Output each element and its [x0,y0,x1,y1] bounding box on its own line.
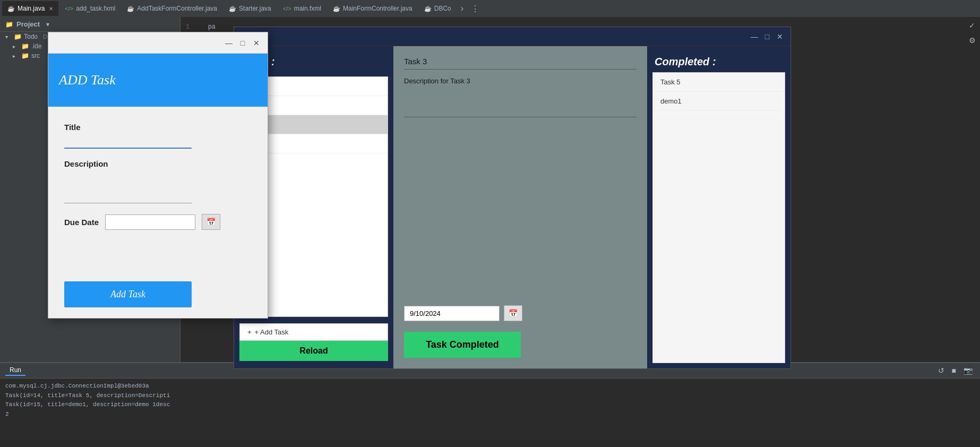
tab-main-java-label: Main.java [18,5,45,12]
tab-add-task-fxml-label: add_task.fxml [76,5,115,12]
tab-add-task-controller-label: AddTaskFormController.java [137,5,217,12]
folder-icon-ide: 📁 [21,42,29,50]
tab-dbc[interactable]: ☕ DBCo [419,1,457,16]
sidebar-chevron[interactable]: ▾ [43,21,53,28]
tab-main-java[interactable]: ☕ Main.java ✕ [2,1,58,16]
fxml-icon: </> [65,5,73,12]
fxml-icon-2: </> [283,5,291,12]
add-task-btn-container: + + Add Task Reload [239,321,388,363]
due-date-form-row: Due Date 📅 [64,214,252,230]
sidebar-header: 📁 Project ▾ [0,17,180,32]
tree-chevron-root: ▾ [5,34,12,40]
dialog-titlebar: — □ ✕ [48,32,268,54]
dialog-header-title: ADD Task [59,72,116,88]
panel-icons: ↺ ■ 📷 [936,365,975,376]
dialog-calendar-btn[interactable]: 📅 [202,214,220,230]
console-line-2: Task(id=14, title=Task 5, description=De… [5,391,975,401]
win-close-btn[interactable]: ✕ [775,31,785,42]
bottom-panel: Run ↺ ■ 📷 com.mysql.cj.jdbc.ConnectionIm… [0,362,980,447]
title-form-row: Title [64,123,252,149]
tab-starter[interactable]: ☕ Starter.java [223,1,277,16]
panel-screenshot-icon[interactable]: 📷 [961,365,975,376]
tab-main-fxml-label: main.fxml [294,5,321,12]
title-label: Title [64,123,252,132]
java-icon: ☕ [7,5,15,12]
console-line-3: Task(id=15, title=demo1, description=dem… [5,400,975,410]
tab-add-task-controller[interactable]: ☕ AddTaskFormController.java [122,1,222,16]
tab-close-icon[interactable]: ✕ [49,6,53,12]
completed-column-title: Completed : [652,51,785,72]
tab-add-task-fxml[interactable]: </> add_task.fxml [59,1,121,16]
task-completed-btn[interactable]: Task Completed [404,332,521,358]
detail-task-description: Description for Task 3 [404,75,637,101]
panel-tab-run[interactable]: Run [5,365,25,376]
add-task-list-btn[interactable]: + + Add Task [239,323,388,341]
java-icon-3: ☕ [229,5,236,12]
tab-main-fxml[interactable]: </> main.fxml [278,1,326,16]
console-line-1: com.mysql.cj.jdbc.ConnectionImpl@3ebed03… [5,382,975,391]
due-date-inline-row: Due Date 📅 [64,214,252,230]
tree-chevron-ide: ▸ [13,44,19,49]
add-task-submit-btn[interactable]: Add Task [64,281,192,307]
tree-chevron-src: ▸ [13,53,19,59]
dialog-footer: Add Task [48,276,268,318]
check-icon[interactable]: ✓ [969,21,975,30]
win-maximize-btn[interactable]: □ [762,31,772,42]
main-app-content: ToDo : Task 1 Task 2 Task 3 Task 4 + + A… [234,46,790,368]
due-date-label: Due Date [64,218,99,227]
reload-btn[interactable]: Reload [239,341,388,361]
calendar-btn[interactable]: 📅 [504,305,522,321]
panel-restart-icon[interactable]: ↺ [936,365,947,376]
add-task-list-label: + Add Task [255,328,289,336]
detail-column: Task 3 Description for Task 3 📅 Task Com… [393,46,647,368]
console-output: com.mysql.cj.jdbc.ConnectionImpl@3ebed03… [0,379,980,422]
tab-menu-dots-btn[interactable]: ⋮ [468,4,483,14]
tree-root-label: Todo [24,33,38,40]
detail-task-title: Task 3 [404,57,637,70]
win-minimize-btn[interactable]: — [749,31,760,42]
folder-icon-root: 📁 [14,33,22,40]
panel-stop-icon[interactable]: ■ [950,365,958,376]
completed-item-0[interactable]: Task 5 [653,73,785,92]
tab-dbc-label: DBCo [434,5,451,12]
console-line-4: 2 [5,410,975,419]
completed-item-1[interactable]: demo1 [653,92,785,111]
dialog-maximize-btn[interactable]: □ [237,37,248,49]
plus-icon: + [247,328,252,336]
detail-separator [404,117,637,117]
description-label: Description [64,159,252,168]
sidebar-project-icon: 📁 [5,21,13,28]
dialog-header: ADD Task [48,54,268,107]
tab-starter-label: Starter.java [239,5,271,12]
java-icon-2: ☕ [127,5,134,12]
dialog-minimize-btn[interactable]: — [223,37,235,49]
tab-main-form-controller[interactable]: ☕ MainFormController.java [328,1,418,16]
tree-src-label: src [31,52,40,59]
tab-overflow-btn[interactable]: › [458,4,467,13]
title-input[interactable] [64,135,192,149]
description-input[interactable] [64,171,192,203]
tab-bar: ☕ Main.java ✕ </> add_task.fxml ☕ AddTas… [0,0,980,17]
tab-main-form-controller-label: MainFormController.java [343,5,412,12]
detail-date-row: 📅 [404,305,637,321]
code-line-1: pa [197,23,226,31]
settings-icon[interactable]: ⚙ [969,36,976,45]
completed-task-list[interactable]: Task 5 demo1 [652,72,785,363]
right-icons-panel: ✓ ⚙ [964,17,980,45]
sidebar-project-title: Project [16,20,40,28]
java-icon-4: ☕ [333,5,340,12]
due-date-field[interactable] [404,306,500,321]
dialog-close-btn[interactable]: ✕ [251,37,262,49]
main-app-window: — □ ✕ ToDo : Task 1 Task 2 Task 3 Task 4… [234,27,791,369]
main-app-titlebar: — □ ✕ [234,27,790,46]
java-icon-5: ☕ [424,5,432,12]
add-task-dialog: — □ ✕ ADD Task Title Description Due Dat… [48,32,268,319]
completed-column: Completed : Task 5 demo1 [647,46,790,368]
due-date-dialog-input[interactable] [105,214,195,230]
description-form-row: Description [64,159,252,203]
line-number-1: 1 [180,21,195,33]
dialog-body: Title Description Due Date 📅 [48,107,268,276]
folder-icon-src: 📁 [21,52,29,59]
tree-ide-label: .ide [31,42,41,50]
